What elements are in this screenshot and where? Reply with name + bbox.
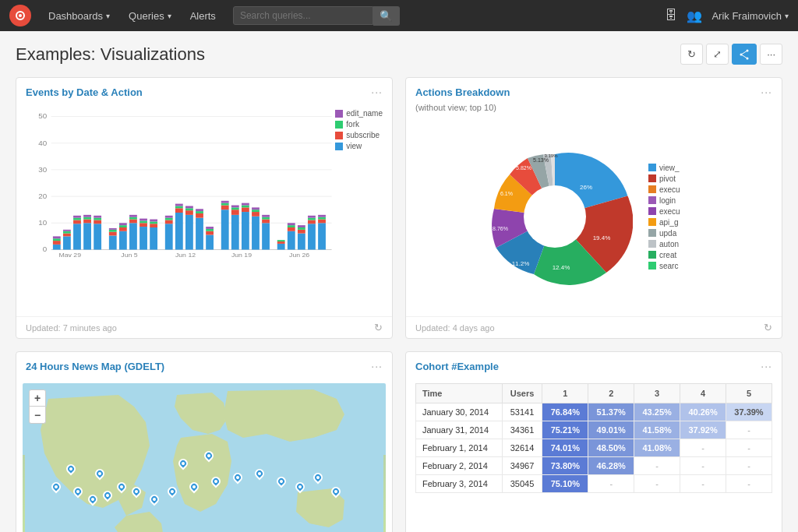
cohort-pct-cell: -	[634, 475, 680, 493]
news-map-menu[interactable]: ···	[371, 360, 383, 372]
svg-rect-146	[648, 251, 656, 259]
svg-rect-143	[648, 218, 656, 226]
legend-login: login	[648, 196, 711, 205]
svg-rect-138	[648, 164, 656, 171]
svg-rect-85	[231, 207, 239, 210]
svg-rect-34	[83, 215, 91, 217]
svg-rect-78	[206, 227, 214, 229]
zoom-out-button[interactable]: −	[29, 407, 46, 424]
pie-chart-container: 26% 19.4% 12.4% 11.2% 8.76% 6.1% 5.82% 5…	[415, 123, 772, 310]
svg-rect-124	[335, 110, 343, 118]
svg-rect-89	[242, 206, 249, 208]
actions-breakdown-widget: Actions Breakdown ··· (without view; top…	[405, 77, 782, 339]
svg-text:12.4%: 12.4%	[553, 264, 570, 271]
svg-rect-147	[648, 262, 656, 270]
legend-pivot: pivot	[648, 174, 711, 183]
svg-text:26%: 26%	[580, 184, 592, 191]
users-icon[interactable]: 👥	[687, 9, 702, 23]
svg-rect-67	[185, 215, 193, 250]
cohort-pct-cell: 41.08%	[634, 439, 680, 457]
svg-rect-92	[252, 212, 260, 217]
svg-rect-46	[119, 223, 127, 225]
cohort-time-cell: January 31, 2014	[416, 421, 503, 439]
events-chart-menu[interactable]: ···	[371, 86, 383, 98]
svg-rect-80	[221, 206, 229, 210]
nav-alerts[interactable]: Alerts	[182, 0, 224, 31]
user-menu[interactable]: Arik Fraimovich ▾	[711, 10, 789, 22]
events-chart-body: 50 40 30 20 10 0	[16, 103, 392, 316]
svg-rect-104	[288, 225, 295, 227]
svg-rect-70	[185, 206, 193, 208]
cohort-time-cell: February 2, 2014	[416, 457, 503, 475]
app-logo	[9, 5, 31, 26]
svg-rect-48	[129, 220, 137, 224]
svg-rect-21	[53, 238, 61, 241]
cohort-time-cell: January 30, 2014	[416, 403, 503, 421]
svg-rect-115	[318, 220, 326, 224]
svg-rect-43	[119, 231, 127, 250]
svg-rect-73	[196, 211, 203, 213]
legend-auton: auton	[648, 240, 711, 248]
refresh-button[interactable]: ↻	[680, 44, 703, 65]
legend-edit-name: edit_name	[335, 109, 383, 118]
svg-rect-19	[53, 245, 61, 250]
actions-breakdown-menu[interactable]: ···	[761, 86, 772, 98]
share-button[interactable]	[732, 44, 757, 65]
svg-rect-88	[242, 207, 249, 212]
svg-rect-91	[252, 217, 260, 250]
more-button[interactable]: ···	[760, 44, 782, 65]
svg-rect-38	[94, 216, 101, 218]
chevron-down-icon: ▾	[785, 12, 789, 20]
svg-rect-140	[648, 185, 656, 193]
nav-queries[interactable]: Queries ▾	[121, 0, 179, 31]
svg-rect-142	[648, 207, 656, 215]
svg-rect-111	[308, 220, 316, 224]
svg-text:Jun 5: Jun 5	[121, 252, 138, 257]
svg-rect-71	[196, 218, 203, 250]
events-chart-header: Events by Date & Action ···	[16, 78, 392, 103]
page-content: Examples: Visualizations ↻ ⤢ ··· Events …	[0, 31, 798, 532]
svg-text:20: 20	[38, 193, 47, 200]
news-map-body: + −	[16, 377, 392, 532]
col-users: Users	[502, 384, 542, 403]
col-3: 3	[634, 384, 680, 403]
actions-breakdown-updated: Updated: 4 days ago	[415, 323, 495, 333]
cohort-pct-cell: 37.92%	[680, 421, 726, 439]
bar-chart-container: 50 40 30 20 10 0	[26, 109, 383, 280]
actions-breakdown-header: Actions Breakdown ···	[406, 78, 782, 103]
chevron-down-icon: ▾	[168, 12, 171, 20]
cohort-header-row: Time Users 1 2 3 4 5	[416, 384, 772, 403]
svg-rect-40	[109, 232, 117, 236]
legend-upda: upda	[648, 229, 711, 238]
zoom-in-button[interactable]: +	[29, 389, 46, 407]
svg-rect-127	[335, 143, 343, 150]
events-chart-footer: Updated: 7 minutes ago ↻	[16, 316, 392, 338]
svg-rect-29	[73, 218, 81, 220]
fullscreen-button[interactable]: ⤢	[706, 44, 729, 65]
legend-api: api_g	[648, 218, 711, 227]
svg-rect-45	[119, 225, 127, 227]
actions-breakdown-footer: Updated: 4 days ago ↻	[406, 316, 782, 338]
news-map-widget: 24 Hours News Map (GDELT) ···	[16, 351, 393, 532]
events-chart-title: Events by Date & Action	[26, 86, 143, 98]
legend-view: view	[335, 142, 383, 150]
actions-breakdown-body: 26% 19.4% 12.4% 11.2% 8.76% 6.1% 5.82% 5…	[406, 117, 782, 316]
svg-rect-25	[63, 231, 71, 234]
table-row: February 3, 20143504575.10%----	[416, 475, 772, 493]
search-input[interactable]	[233, 6, 373, 25]
svg-rect-41	[109, 230, 117, 232]
events-chart-refresh[interactable]: ↻	[374, 322, 383, 333]
cohort-pct-cell: 49.01%	[588, 421, 634, 439]
cohort-pct-cell: 46.28%	[588, 457, 634, 475]
svg-text:Jun 26: Jun 26	[289, 252, 310, 257]
svg-text:0: 0	[43, 246, 47, 253]
actions-breakdown-refresh[interactable]: ↻	[764, 322, 772, 333]
svg-rect-126	[335, 132, 343, 139]
cohort-menu[interactable]: ···	[761, 360, 772, 372]
svg-rect-82	[221, 201, 229, 203]
svg-point-128	[524, 185, 586, 248]
database-icon[interactable]: 🗄	[665, 9, 677, 23]
svg-text:8.76%: 8.76%	[493, 226, 508, 231]
nav-dashboards[interactable]: Dashboards ▾	[41, 0, 118, 31]
search-button[interactable]: 🔍	[373, 6, 400, 26]
